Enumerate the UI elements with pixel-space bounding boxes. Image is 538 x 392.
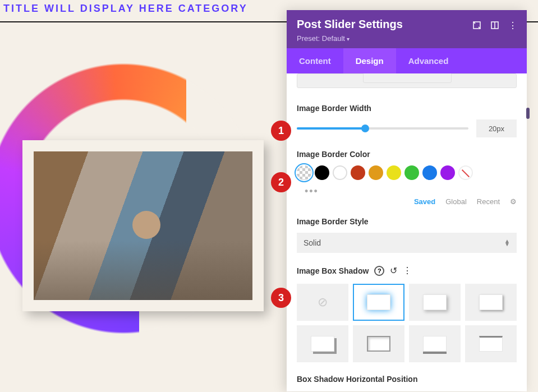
shadow-soft[interactable]	[409, 284, 461, 321]
shadow-h-label: Box Shadow Horizontal Position	[297, 375, 517, 384]
annotation-3: 3	[271, 288, 291, 308]
color-tab-saved[interactable]: Saved	[414, 197, 435, 206]
border-style-value: Solid	[304, 238, 321, 247]
swatch-purple[interactable]	[440, 165, 455, 180]
columns-icon[interactable]	[491, 21, 499, 29]
preset-dropdown[interactable]: Preset: Default	[297, 34, 517, 43]
border-width-value[interactable]: 20px	[476, 119, 517, 137]
reset-icon[interactable]: ↺	[390, 265, 397, 276]
slider-fill	[297, 127, 365, 130]
kebab-menu-icon[interactable]: ⋮	[509, 21, 517, 29]
panel-header: Post Slider Settings Preset: Default ⋮	[287, 10, 527, 48]
shadow-hard[interactable]	[297, 325, 348, 362]
border-width-label: Image Border Width	[297, 104, 517, 113]
border-style-label: Image Border Style	[297, 217, 517, 226]
swatch-yellow[interactable]	[387, 165, 401, 180]
shadow-under[interactable]	[409, 325, 461, 362]
swatch-orange[interactable]	[369, 165, 383, 180]
annotation-2: 2	[271, 172, 291, 192]
placeholder-photo	[34, 151, 252, 300]
shadow-flat[interactable]	[465, 325, 517, 362]
box-shadow-label: Image Box Shadow	[297, 266, 369, 275]
swatch-black[interactable]	[315, 165, 329, 180]
image-frame	[22, 140, 264, 311]
panel-body: Image Border Width 20px Image Border Col…	[287, 73, 527, 391]
select-arrows-icon: ▲▼	[504, 239, 510, 246]
tab-content[interactable]: Content	[287, 48, 343, 73]
border-width-slider[interactable]	[297, 127, 468, 130]
expand-icon[interactable]	[473, 21, 481, 29]
gear-icon[interactable]: ⚙	[510, 197, 517, 206]
more-swatches-icon[interactable]: •••	[297, 186, 517, 197]
preview-canvas	[0, 22, 283, 381]
scrollbar-thumb[interactable]	[526, 108, 530, 119]
shadow-preset-grid: ⊘	[297, 284, 517, 362]
swatch-white[interactable]	[333, 165, 347, 180]
settings-panel: Post Slider Settings Preset: Default ⋮ C…	[287, 10, 527, 391]
panel-tabs: Content Design Advanced	[287, 48, 527, 73]
shadow-inset[interactable]	[353, 325, 404, 362]
shadow-small[interactable]	[465, 284, 517, 321]
color-tab-global[interactable]: Global	[445, 197, 467, 206]
border-color-label: Image Border Color	[297, 150, 517, 159]
annotation-1: 1	[271, 121, 291, 141]
color-swatch-row	[297, 165, 517, 180]
tab-advanced[interactable]: Advanced	[396, 48, 461, 73]
swatch-blue[interactable]	[422, 165, 437, 180]
swatch-red[interactable]	[351, 165, 365, 180]
kebab-icon[interactable]: ⋮	[403, 265, 412, 276]
tab-design[interactable]: Design	[343, 48, 396, 73]
color-tab-recent[interactable]: Recent	[477, 197, 500, 206]
shadow-none[interactable]: ⊘	[297, 284, 348, 321]
border-style-select[interactable]: Solid ▲▼	[297, 233, 517, 253]
slider-thumb[interactable]	[361, 124, 369, 132]
shadow-glow[interactable]	[353, 284, 404, 321]
preview-strip	[297, 73, 517, 88]
swatch-green[interactable]	[404, 165, 419, 180]
swatch-none[interactable]	[458, 165, 473, 180]
swatch-transparent[interactable]	[297, 165, 311, 180]
help-icon[interactable]: ?	[374, 266, 384, 276]
